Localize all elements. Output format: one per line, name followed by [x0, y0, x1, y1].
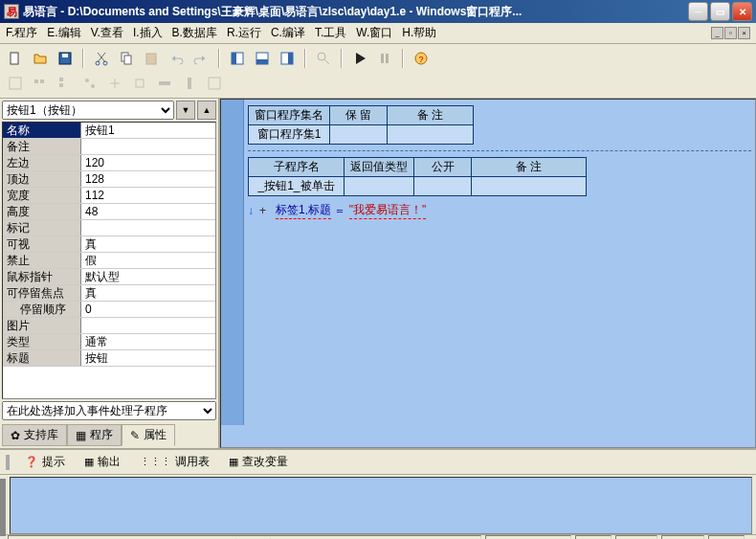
- panel3-icon[interactable]: [276, 48, 299, 69]
- copy-icon[interactable]: [115, 48, 138, 69]
- obj-down-icon[interactable]: ▼: [176, 101, 195, 120]
- pause-icon[interactable]: [373, 48, 396, 69]
- menu-file[interactable]: F.程序: [6, 25, 37, 41]
- tool-g-icon[interactable]: [153, 73, 176, 94]
- object-selector[interactable]: 按钮1（按钮）: [2, 101, 174, 120]
- maximize-button[interactable]: ▭: [710, 2, 730, 21]
- tool-h-icon[interactable]: [178, 73, 201, 94]
- property-name: 可停留焦点: [3, 285, 81, 301]
- menu-view[interactable]: V.查看: [91, 25, 123, 41]
- menu-tools[interactable]: T.工具: [315, 25, 346, 41]
- menu-help[interactable]: H.帮助: [402, 25, 436, 41]
- code-line[interactable]: ↓ + 标签1.标题 ＝ "我爱易语言！": [248, 202, 751, 219]
- paste-icon[interactable]: [140, 48, 163, 69]
- status-format: 调用格式： 〈无返回值〉 赋值 （被赋值的变量或变量数组，用作赋予的值或资源）: [8, 535, 481, 539]
- property-row[interactable]: 名称按钮1: [3, 123, 215, 139]
- tab-hint[interactable]: ❓提示: [15, 452, 75, 472]
- property-name: 禁止: [3, 253, 81, 268]
- save-icon[interactable]: [54, 48, 77, 69]
- property-row[interactable]: 可视真: [3, 236, 215, 253]
- tool-b-icon[interactable]: [29, 73, 52, 94]
- undo-icon[interactable]: [165, 48, 188, 69]
- property-row[interactable]: 鼠标指针默认型: [3, 269, 215, 285]
- output-area[interactable]: [10, 477, 752, 534]
- assembly-table: 窗口程序集名保 留备 注 窗口程序集1: [248, 105, 474, 145]
- property-row[interactable]: 类型通常: [3, 334, 215, 350]
- menu-database[interactable]: B.数据库: [172, 25, 217, 41]
- menu-window[interactable]: W.窗口: [356, 25, 392, 41]
- obj-up-icon[interactable]: ▲: [197, 101, 216, 120]
- tab-calls[interactable]: ⋮⋮⋮调用表: [130, 452, 219, 472]
- event-selector[interactable]: 在此处选择加入事件处理子程序: [2, 401, 216, 420]
- property-value[interactable]: 120: [81, 155, 215, 170]
- tool-d-icon[interactable]: [78, 73, 101, 94]
- svg-rect-20: [34, 79, 38, 83]
- open-file-icon[interactable]: [29, 48, 52, 69]
- svg-rect-16: [386, 54, 389, 63]
- tool-i-icon[interactable]: [203, 73, 226, 94]
- tab-output[interactable]: ▦输出: [75, 452, 130, 472]
- property-grid[interactable]: 名称按钮1备注左边120顶边128宽度112高度48标记可视真禁止假鼠标指针默认…: [2, 122, 216, 399]
- property-row[interactable]: 左边120: [3, 155, 215, 171]
- menu-edit[interactable]: E.编辑: [47, 25, 80, 41]
- property-value[interactable]: [81, 220, 215, 236]
- minimize-button[interactable]: ─: [688, 2, 708, 21]
- property-row[interactable]: 标记: [3, 220, 215, 236]
- property-row[interactable]: 可停留焦点真: [3, 285, 215, 302]
- statusbar: 调用格式： 〈无返回值〉 赋值 （被赋值的变量或变量数组，用作赋予的值或资源） …: [0, 534, 756, 539]
- close-button[interactable]: ✕: [732, 2, 752, 21]
- tool-a-icon[interactable]: [4, 73, 27, 94]
- property-value[interactable]: 真: [81, 236, 215, 252]
- tab-program[interactable]: ▦ 程序: [67, 424, 122, 446]
- resize-handle[interactable]: [0, 479, 6, 536]
- doc-restore-button[interactable]: ▫: [724, 27, 737, 39]
- property-row[interactable]: 顶边128: [3, 171, 215, 188]
- property-name: 可视: [3, 236, 81, 252]
- property-value[interactable]: 按钮1: [81, 123, 215, 138]
- property-value[interactable]: 按钮: [81, 350, 215, 366]
- find-icon[interactable]: [312, 48, 335, 69]
- help-icon[interactable]: ?: [410, 48, 433, 69]
- property-value[interactable]: 128: [81, 171, 215, 187]
- code-editor[interactable]: 窗口程序集名保 留备 注 窗口程序集1 子程序名返回值类型公开备 注 _按钮1_…: [220, 99, 756, 448]
- property-row[interactable]: 禁止假: [3, 253, 215, 269]
- menu-run[interactable]: R.运行: [227, 25, 261, 41]
- window-title: 易语言 - D:\Documents and Settings\王豪辉\桌面\易…: [23, 4, 688, 20]
- property-row[interactable]: 图片: [3, 318, 215, 334]
- tool-c-icon[interactable]: [54, 73, 77, 94]
- run-icon[interactable]: [348, 48, 371, 69]
- status-row: 行：5: [615, 535, 658, 539]
- menu-compile[interactable]: C.编译: [271, 25, 305, 41]
- property-value[interactable]: 通常: [81, 334, 215, 349]
- tool-f-icon[interactable]: [128, 73, 151, 94]
- property-value[interactable]: 默认型: [81, 269, 215, 284]
- doc-minimize-button[interactable]: _: [711, 27, 723, 39]
- property-value[interactable]: 112: [81, 188, 215, 203]
- property-value[interactable]: [81, 318, 215, 333]
- property-name: 图片: [3, 318, 81, 333]
- property-value[interactable]: 假: [81, 253, 215, 268]
- property-value[interactable]: 0: [81, 302, 215, 317]
- property-row[interactable]: 备注: [3, 139, 215, 155]
- property-row[interactable]: 标题按钮: [3, 350, 215, 367]
- tool-e-icon[interactable]: [103, 73, 126, 94]
- property-value[interactable]: [81, 139, 215, 154]
- menu-insert[interactable]: I.插入: [133, 25, 163, 41]
- new-file-icon[interactable]: [4, 48, 27, 69]
- drag-handle[interactable]: [6, 455, 10, 470]
- panel1-icon[interactable]: [226, 48, 249, 69]
- property-row[interactable]: 停留顺序0: [3, 302, 215, 318]
- property-value[interactable]: 48: [81, 204, 215, 219]
- tab-properties[interactable]: ✎ 属性: [122, 424, 175, 446]
- property-name: 备注: [3, 139, 81, 154]
- tab-vars[interactable]: ▦查改变量: [219, 452, 298, 472]
- doc-close-button[interactable]: ×: [738, 27, 750, 39]
- property-row[interactable]: 高度48: [3, 204, 215, 220]
- property-value[interactable]: 真: [81, 285, 215, 301]
- redo-icon[interactable]: [189, 48, 212, 69]
- tab-library[interactable]: ✿ 支持库: [2, 424, 67, 446]
- panel2-icon[interactable]: [251, 48, 274, 69]
- svg-rect-21: [40, 79, 44, 83]
- cut-icon[interactable]: [90, 48, 113, 69]
- property-row[interactable]: 宽度112: [3, 188, 215, 204]
